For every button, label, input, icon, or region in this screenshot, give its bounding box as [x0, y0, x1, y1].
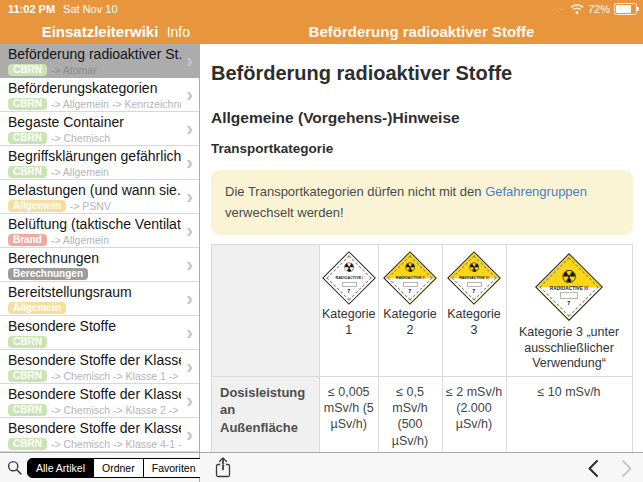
- chevron-right-icon: ›: [186, 185, 193, 208]
- list-item[interactable]: Besondere Stoffe der Klasse 2 CBRN -> Ch…: [0, 384, 199, 418]
- radioactive-3-exclusive-placard: ☢ RADIOACTIVE III 7: [535, 253, 603, 321]
- article-path: -> Chemisch -> Klasse 1 -> Stoffe: [51, 370, 181, 382]
- article-view: Beförderung radioaktiver Stoffe Allgemei…: [201, 44, 643, 452]
- subsection-heading: Transportkategorie: [211, 141, 633, 156]
- radiation-trefoil-icon: ☢: [468, 262, 480, 274]
- battery-icon: [614, 3, 637, 15]
- segment-alle-artikel[interactable]: Alle Artikel: [28, 459, 93, 477]
- list-item[interactable]: Beförderung radioaktiver St... CBRN -> A…: [0, 44, 199, 78]
- sidebar-toolbar: Alle Artikel Ordner Favoriten: [0, 452, 200, 482]
- back-chevron-icon[interactable]: [587, 459, 599, 478]
- radiation-trefoil-icon: ☢: [343, 262, 355, 274]
- chevron-right-icon: ›: [186, 151, 193, 174]
- category-badge: CBRN: [8, 336, 47, 348]
- forward-chevron-icon[interactable]: [621, 459, 633, 478]
- list-item[interactable]: Besondere Stoffe der Klasse... CBRN -> C…: [0, 418, 199, 452]
- note-text: Die Transportkategorien dürfen nicht mit…: [225, 184, 485, 199]
- column-label: Kategorie 3: [445, 307, 504, 338]
- category-1-header: ☢ RADIOACTIVE I 7 Kategorie 1: [320, 244, 379, 376]
- article-path: -> Chemisch -> Klasse 2 -> Stoffe: [51, 404, 181, 416]
- category-badge: CBRN: [8, 64, 47, 76]
- radiation-trefoil-icon: ☢: [404, 262, 416, 274]
- cellular-dots-icon: ···: [551, 4, 564, 15]
- category-3-header: ☢ RADIOACTIVE III 7 Kategorie 3: [442, 244, 506, 376]
- list-item[interactable]: Besondere Stoffe der Klasse 1 CBRN -> Ch…: [0, 350, 199, 384]
- column-label: Kategorie 2: [381, 307, 440, 338]
- row-header: Dosisleistung an Außenfläche: [212, 376, 320, 452]
- date: Sat Nov 10: [63, 3, 117, 15]
- placard-label-box: [341, 282, 356, 287]
- chevron-right-icon: ›: [186, 321, 193, 344]
- search-icon[interactable]: [7, 460, 23, 476]
- article-title: Beförderungskategorien: [8, 80, 181, 97]
- list-item[interactable]: Berechnungen Berechnungen ›: [0, 248, 199, 282]
- placard-label-box: [403, 282, 418, 287]
- table-cell: ≤ 10 mSv/h: [506, 376, 632, 452]
- category-badge: CBRN: [8, 404, 47, 416]
- article-nav-title: Beförderung radioaktiver Stoffe: [200, 23, 643, 40]
- note-text: verwechselt werden!: [225, 205, 344, 220]
- segment-favoriten[interactable]: Favoriten: [143, 459, 204, 477]
- radioactive-2-placard: ☢ RADIOACTIVE II 7: [383, 251, 437, 305]
- filter-segmented-control: Alle Artikel Ordner Favoriten: [27, 458, 205, 478]
- category-badge: CBRN: [8, 98, 47, 110]
- article-path: -> Allgemein -> Kennzeichnung: [51, 98, 181, 110]
- section-heading: Allgemeine (Vorgehens-)Hinweise: [211, 109, 633, 127]
- article-path: -> Allgemein: [51, 234, 109, 246]
- list-item[interactable]: Belastungen (und wann sie... Allgemein -…: [0, 180, 199, 214]
- clock: 11:02 PM: [8, 3, 55, 15]
- placard-label-box: [467, 282, 482, 287]
- article-heading: Beförderung radioaktiver Stoffe: [211, 62, 633, 85]
- article-title: Beförderung radioaktiver St...: [8, 46, 181, 63]
- article-list: Beförderung radioaktiver St... CBRN -> A…: [0, 44, 200, 452]
- list-item[interactable]: Begaste Container CBRN -> Chemisch ›: [0, 112, 199, 146]
- list-item[interactable]: Besondere Stoffe CBRN ›: [0, 316, 199, 350]
- app-window: 11:02 PM Sat Nov 10 ··· 72% Einsatzleite…: [0, 0, 643, 482]
- article-title: Belüftung (taktische Ventilat...: [8, 216, 181, 233]
- category-badge: CBRN: [8, 166, 47, 178]
- chevron-right-icon: ›: [186, 253, 193, 276]
- category-badge: CBRN: [8, 438, 47, 450]
- list-item[interactable]: Begriffsklärungen gefährlich... CBRN -> …: [0, 146, 199, 180]
- table-cell: ≤ 0,5 mSv/h (500 µSv/h): [378, 376, 442, 452]
- status-bar: 11:02 PM Sat Nov 10 ··· 72%: [0, 0, 643, 20]
- column-label: Kategorie 3 „unter ausschließlicher Verw…: [509, 325, 630, 372]
- article-title: Besondere Stoffe: [8, 318, 181, 335]
- transport-category-table: ☢ RADIOACTIVE I 7 Kategorie 1 ☢ RADIOACT…: [211, 244, 633, 452]
- chevron-right-icon: ›: [186, 219, 193, 242]
- article-path: -> Chemisch -> Klasse 4-1 -> Stoffe: [51, 438, 181, 450]
- chevron-right-icon: ›: [186, 49, 193, 72]
- radiation-trefoil-icon: ☢: [561, 268, 577, 285]
- list-item[interactable]: Bereitstellungsraum Allgemein ›: [0, 282, 199, 316]
- wifi-icon: [570, 4, 584, 15]
- category-badge: Allgemein: [8, 302, 66, 314]
- column-label: Kategorie 1: [322, 307, 376, 338]
- chevron-right-icon: ›: [186, 389, 193, 412]
- category-badge: Allgemein: [8, 200, 66, 212]
- article-title: Besondere Stoffe der Klasse 1: [8, 352, 181, 369]
- article-path: -> Chemisch: [51, 132, 110, 144]
- article-title: Besondere Stoffe der Klasse 2: [8, 386, 181, 403]
- category-badge: Brand: [8, 234, 47, 246]
- table-corner-cell: [212, 244, 320, 376]
- info-button[interactable]: Info: [167, 24, 190, 40]
- sidebar-nav-header: Einsatzleiterwiki Info: [0, 20, 200, 44]
- article-title: Begaste Container: [8, 114, 181, 131]
- list-item[interactable]: Beförderungskategorien CBRN -> Allgemein…: [0, 78, 199, 112]
- article-path: -> Allgemein: [51, 166, 109, 178]
- category-badge: Berechnungen: [8, 268, 88, 280]
- category-2-header: ☢ RADIOACTIVE II 7 Kategorie 2: [378, 244, 442, 376]
- segment-ordner[interactable]: Ordner: [93, 459, 143, 477]
- warning-note: Die Transportkategorien dürfen nicht mit…: [211, 170, 633, 235]
- category-3-exclusive-header: ☢ RADIOACTIVE III 7 Kategorie 3 „unter a…: [506, 244, 632, 376]
- category-badge: CBRN: [8, 370, 47, 382]
- article-title: Berechnungen: [8, 250, 181, 267]
- article-title: Bereitstellungsraum: [8, 284, 181, 301]
- navigation-bar: Einsatzleiterwiki Info Beförderung radio…: [0, 20, 643, 44]
- battery-percent: 72%: [588, 3, 610, 15]
- article-title: Belastungen (und wann sie...: [8, 182, 181, 199]
- share-icon[interactable]: [213, 456, 233, 480]
- article-title: Begriffsklärungen gefährlich...: [8, 148, 181, 165]
- list-item[interactable]: Belüftung (taktische Ventilat... Brand -…: [0, 214, 199, 248]
- gefahrengruppen-link[interactable]: Gefahrengruppen: [485, 184, 587, 199]
